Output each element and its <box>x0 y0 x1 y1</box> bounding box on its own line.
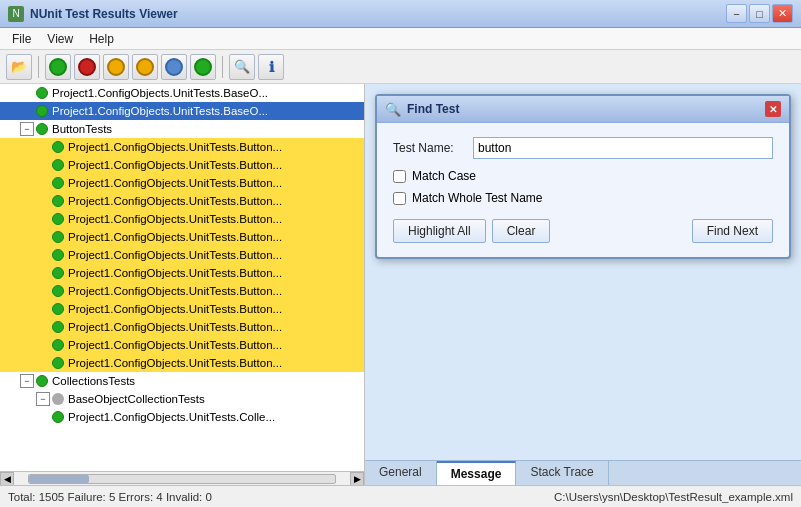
tree-item[interactable]: Project1.ConfigObjects.UnitTests.BaseO..… <box>0 84 364 102</box>
scroll-right-button[interactable]: ▶ <box>350 472 364 486</box>
run-ignored-button[interactable] <box>103 54 129 80</box>
window-controls: − □ ✕ <box>726 4 793 23</box>
match-case-label: Match Case <box>412 169 476 183</box>
toolbar-separator-2 <box>222 56 223 78</box>
app-icon: N <box>8 6 24 22</box>
tree-item-highlighted[interactable]: Project1.ConfigObjects.UnitTests.Button.… <box>0 318 364 336</box>
tree-item-highlighted[interactable]: Project1.ConfigObjects.UnitTests.Button.… <box>0 354 364 372</box>
match-case-checkbox[interactable] <box>393 170 406 183</box>
horizontal-scrollbar[interactable]: ◀ ▶ <box>0 471 364 485</box>
status-dot-green <box>52 177 64 189</box>
status-dot-green <box>52 285 64 297</box>
toolbar-separator-1 <box>38 56 39 78</box>
tree-item-group[interactable]: − CollectionsTests <box>0 372 364 390</box>
test-name-input[interactable] <box>473 137 773 159</box>
status-dot-green <box>36 123 48 135</box>
minimize-button[interactable]: − <box>726 4 747 23</box>
title-bar: N NUnit Test Results Viewer − □ ✕ <box>0 0 801 28</box>
scroll-track <box>28 474 336 484</box>
find-next-button[interactable]: Find Next <box>692 219 773 243</box>
highlight-all-button[interactable]: Highlight All <box>393 219 486 243</box>
scroll-left-button[interactable]: ◀ <box>0 472 14 486</box>
status-dot-green <box>52 339 64 351</box>
clear-button[interactable]: Clear <box>492 219 551 243</box>
status-dot-green <box>52 231 64 243</box>
find-dialog-title-bar: 🔍 Find Test ✕ <box>377 96 789 123</box>
find-dialog-close-button[interactable]: ✕ <box>765 101 781 117</box>
tab-stack-trace[interactable]: Stack Trace <box>516 461 608 485</box>
bottom-tabs: General Message Stack Trace <box>365 460 801 485</box>
run-button-3[interactable] <box>190 54 216 80</box>
status-dot-green <box>52 141 64 153</box>
tree-item-highlighted[interactable]: Project1.ConfigObjects.UnitTests.Button.… <box>0 210 364 228</box>
status-dot-gray <box>52 393 64 405</box>
menu-bar: File View Help <box>0 28 801 50</box>
match-case-row: Match Case <box>393 169 773 183</box>
tree-item-highlighted[interactable]: Project1.ConfigObjects.UnitTests.Button.… <box>0 300 364 318</box>
tab-message[interactable]: Message <box>437 461 517 485</box>
status-dot-green <box>36 375 48 387</box>
tab-general[interactable]: General <box>365 461 437 485</box>
status-dot-green <box>52 195 64 207</box>
close-button[interactable]: ✕ <box>772 4 793 23</box>
toolbar: 📂 🔍 ℹ <box>0 50 801 84</box>
find-dialog-icon: 🔍 <box>385 102 401 117</box>
info-button[interactable]: ℹ <box>258 54 284 80</box>
status-dot-green <box>52 249 64 261</box>
match-whole-row: Match Whole Test Name <box>393 191 773 205</box>
expand-icon[interactable]: − <box>20 122 34 136</box>
find-dialog-body: Test Name: Match Case Match Whole Test N… <box>377 123 789 257</box>
tree-item-highlighted[interactable]: Project1.ConfigObjects.UnitTests.Button.… <box>0 336 364 354</box>
tree-panel: Project1.ConfigObjects.UnitTests.BaseO..… <box>0 84 365 485</box>
status-dot-green <box>36 105 48 117</box>
find-button[interactable]: 🔍 <box>229 54 255 80</box>
tree-item-group[interactable]: − ButtonTests <box>0 120 364 138</box>
match-whole-label: Match Whole Test Name <box>412 191 543 205</box>
run-selected-button[interactable] <box>132 54 158 80</box>
expand-icon[interactable]: − <box>20 374 34 388</box>
status-dot-green <box>52 267 64 279</box>
find-actions: Highlight All Clear Find Next <box>393 219 773 243</box>
status-dot-green <box>52 159 64 171</box>
right-spacer <box>365 269 801 460</box>
find-dialog: 🔍 Find Test ✕ Test Name: Match Case Matc… <box>375 94 791 259</box>
status-left: Total: 1505 Failure: 5 Errors: 4 Invalid… <box>8 491 212 503</box>
tree-item-selected[interactable]: Project1.ConfigObjects.UnitTests.BaseO..… <box>0 102 364 120</box>
expand-icon[interactable]: − <box>36 392 50 406</box>
status-dot-green <box>52 303 64 315</box>
menu-file[interactable]: File <box>4 30 39 48</box>
status-dot-green <box>36 87 48 99</box>
tree-content: Project1.ConfigObjects.UnitTests.BaseO..… <box>0 84 364 471</box>
maximize-button[interactable]: □ <box>749 4 770 23</box>
status-bar: Total: 1505 Failure: 5 Errors: 4 Invalid… <box>0 485 801 507</box>
tree-item-highlighted[interactable]: Project1.ConfigObjects.UnitTests.Button.… <box>0 156 364 174</box>
tree-item-highlighted[interactable]: Project1.ConfigObjects.UnitTests.Button.… <box>0 174 364 192</box>
tree-item-highlighted[interactable]: Project1.ConfigObjects.UnitTests.Button.… <box>0 246 364 264</box>
status-dot-green <box>52 357 64 369</box>
tree-item-highlighted[interactable]: Project1.ConfigObjects.UnitTests.Button.… <box>0 138 364 156</box>
find-dialog-title-text: Find Test <box>407 102 459 116</box>
tree-item[interactable]: Project1.ConfigObjects.UnitTests.Colle..… <box>0 408 364 426</box>
match-whole-checkbox[interactable] <box>393 192 406 205</box>
menu-help[interactable]: Help <box>81 30 122 48</box>
status-dot-green <box>52 321 64 333</box>
tree-item-group[interactable]: − BaseObjectCollectionTests <box>0 390 364 408</box>
tree-item-highlighted[interactable]: Project1.ConfigObjects.UnitTests.Button.… <box>0 192 364 210</box>
tree-item-highlighted[interactable]: Project1.ConfigObjects.UnitTests.Button.… <box>0 228 364 246</box>
status-dot-green <box>52 411 64 423</box>
open-button[interactable]: 📂 <box>6 54 32 80</box>
run-all-button[interactable] <box>45 54 71 80</box>
test-name-row: Test Name: <box>393 137 773 159</box>
status-dot-green <box>52 213 64 225</box>
run-failed-button[interactable] <box>74 54 100 80</box>
menu-view[interactable]: View <box>39 30 81 48</box>
run-button-2[interactable] <box>161 54 187 80</box>
test-name-label: Test Name: <box>393 141 473 155</box>
window-title: NUnit Test Results Viewer <box>30 7 726 21</box>
main-area: Project1.ConfigObjects.UnitTests.BaseO..… <box>0 84 801 485</box>
tree-item-highlighted[interactable]: Project1.ConfigObjects.UnitTests.Button.… <box>0 282 364 300</box>
scroll-thumb[interactable] <box>29 475 89 483</box>
tree-item-highlighted[interactable]: Project1.ConfigObjects.UnitTests.Button.… <box>0 264 364 282</box>
status-right: C:\Users\ysn\Desktop\TestResult_example.… <box>554 491 793 503</box>
right-panel: 🔍 Find Test ✕ Test Name: Match Case Matc… <box>365 84 801 485</box>
